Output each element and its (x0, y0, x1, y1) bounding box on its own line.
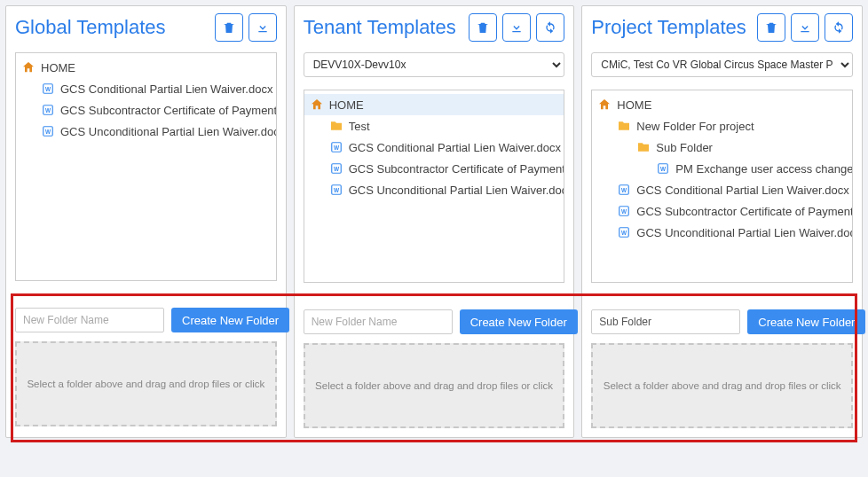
tree-label: GCS Subcontractor Certificate of Payment… (60, 104, 277, 117)
new-folder-input[interactable] (304, 309, 453, 334)
word-doc-icon: W (617, 225, 631, 239)
tree-home[interactable]: HOME (304, 94, 564, 115)
new-folder-input[interactable] (591, 309, 740, 334)
folder-icon (617, 119, 631, 133)
word-doc-icon: W (41, 82, 55, 96)
tree-home[interactable]: HOME (16, 57, 276, 78)
panel-title: Tenant Templates (304, 16, 456, 39)
horizontal-scrollbar[interactable] (15, 283, 277, 295)
svg-text:W: W (45, 86, 51, 92)
tree-label: Sub Folder (656, 141, 713, 154)
project-select[interactable]: CMiC, Test Co VR Global Circus Space Mas… (591, 52, 853, 77)
word-doc-icon: W (329, 140, 343, 154)
delete-button[interactable] (757, 13, 785, 42)
word-doc-icon: W (656, 161, 670, 176)
svg-text:W: W (660, 166, 667, 172)
global-templates-panel: Global Templates HOME (5, 5, 287, 438)
tree-file[interactable]: W GCS Conditional Partial Lien Waiver.do… (304, 137, 564, 158)
delete-button[interactable] (469, 13, 497, 42)
word-doc-icon: W (617, 204, 631, 218)
tree-label: GCS Subcontractor Certificate of Payment… (349, 162, 565, 176)
trash-icon (764, 20, 778, 35)
new-folder-input[interactable] (15, 308, 164, 332)
panel-footer: Create New Folder Select a folder above … (295, 301, 574, 437)
tree-file[interactable]: W GCS Conditional Partial Lien Waiver.do… (592, 179, 852, 200)
tree-label: GCS Unconditional Partial Lien Waiver.do… (60, 125, 277, 138)
tree-folder[interactable]: Test (304, 115, 564, 137)
tree-label: PM Exchange user access changes (1).docx (675, 162, 853, 176)
create-folder-button[interactable]: Create New Folder (747, 309, 865, 334)
tree-file[interactable]: W GCS Unconditional Partial Lien Waiver.… (304, 179, 564, 200)
tree-label: GCS Conditional Partial Lien Waiver.docx (60, 82, 272, 96)
folder-icon (329, 119, 343, 133)
tree-folder[interactable]: Sub Folder (592, 137, 852, 158)
project-templates-panel: Project Templates CMiC, Test Co VR Globa… (581, 5, 863, 438)
trash-icon (476, 20, 490, 35)
home-icon (310, 98, 324, 112)
download-button[interactable] (791, 13, 819, 42)
tree-file[interactable]: W PM Exchange user access changes (1).do… (592, 158, 852, 179)
panel-header: Global Templates (6, 6, 286, 45)
tree-file[interactable]: W GCS Conditional Partial Lien Waiver.do… (16, 78, 276, 99)
tree-file[interactable]: W GCS Subcontractor Certificate of Payme… (304, 158, 564, 179)
word-doc-icon: W (617, 183, 631, 197)
refresh-button[interactable] (825, 13, 853, 42)
header-buttons (469, 13, 564, 42)
svg-text:W: W (621, 187, 627, 193)
tree-label: Test (349, 120, 370, 133)
tree-label: HOME (617, 98, 651, 112)
create-folder-button[interactable]: Create New Folder (460, 309, 578, 334)
tree-file[interactable]: W GCS Unconditional Partial Lien Waiver.… (592, 222, 852, 243)
svg-text:W: W (334, 145, 340, 151)
tree-file[interactable]: W GCS Subcontractor Certificate of Payme… (592, 200, 852, 222)
tree-label: New Folder For project (636, 120, 754, 133)
word-doc-icon: W (41, 103, 55, 117)
panel-footer: Create New Folder Select a folder above … (6, 299, 286, 435)
file-dropzone[interactable]: Select a folder above and drag and drop … (591, 343, 853, 428)
svg-text:W: W (45, 129, 51, 135)
panels-container: Global Templates HOME (5, 5, 863, 438)
svg-text:W: W (621, 208, 627, 215)
tree-label: GCS Conditional Partial Lien Waiver.docx (349, 141, 561, 154)
download-icon (798, 20, 812, 35)
tree-label: GCS Unconditional Partial Lien Waiver.do… (636, 226, 853, 239)
tree-view[interactable]: HOME Test W GCS Conditional Partial Lien… (304, 90, 565, 283)
tenant-select[interactable]: DEVV10X-Devv10x (304, 52, 565, 77)
tree-folder[interactable]: New Folder For project (592, 115, 852, 137)
file-dropzone[interactable]: Select a folder above and drag and drop … (304, 343, 565, 428)
tree-label: HOME (329, 98, 364, 112)
word-doc-icon: W (41, 124, 55, 138)
horizontal-scrollbar[interactable] (591, 285, 853, 297)
svg-text:W: W (621, 230, 627, 236)
tree-home[interactable]: HOME (592, 94, 852, 115)
trash-icon (222, 20, 236, 35)
svg-text:W: W (45, 107, 51, 113)
home-icon (597, 98, 612, 112)
word-doc-icon: W (329, 161, 343, 176)
tree-label: GCS Subcontractor Certificate of Payment… (636, 205, 853, 218)
home-icon (21, 60, 36, 74)
panel-title: Global Templates (15, 16, 166, 39)
download-button[interactable] (502, 13, 531, 42)
tree-view[interactable]: HOME W GCS Conditional Partial Lien Waiv… (15, 52, 277, 281)
create-folder-button[interactable]: Create New Folder (171, 308, 289, 332)
tree-file[interactable]: W GCS Subcontractor Certificate of Payme… (16, 99, 276, 121)
svg-text:W: W (334, 166, 340, 172)
word-doc-icon: W (329, 183, 343, 197)
panel-title: Project Templates (591, 16, 746, 39)
download-icon (256, 20, 270, 35)
file-dropzone[interactable]: Select a folder above and drag and drop … (15, 341, 277, 426)
tenant-templates-panel: Tenant Templates DEVV10X-Devv10x H (294, 5, 575, 438)
tree-view[interactable]: HOME New Folder For project Sub Folder W… (591, 90, 853, 283)
horizontal-scrollbar[interactable] (304, 285, 565, 297)
tree-file[interactable]: W GCS Unconditional Partial Lien Waiver.… (16, 121, 276, 142)
header-buttons (757, 13, 853, 42)
download-button[interactable] (249, 13, 277, 42)
refresh-button[interactable] (536, 13, 564, 42)
delete-button[interactable] (215, 13, 243, 42)
folder-icon (636, 140, 651, 154)
tree-label: HOME (41, 61, 75, 74)
header-buttons (215, 13, 277, 42)
tree-label: GCS Unconditional Partial Lien Waiver.do… (349, 184, 565, 197)
download-icon (509, 20, 524, 35)
